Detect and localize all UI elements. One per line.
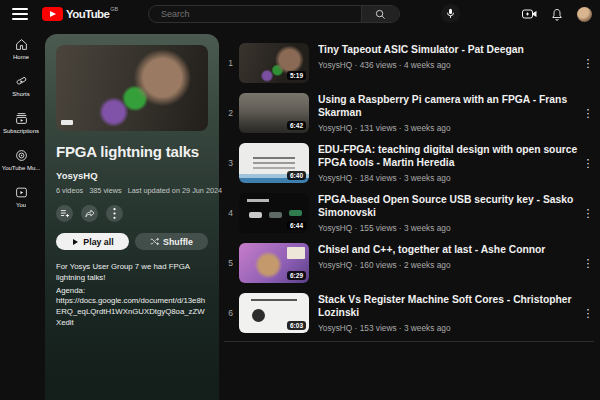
- video-index: 5: [224, 258, 237, 268]
- video-menu-button[interactable]: ⋮: [580, 258, 596, 269]
- sidebar-item-youtube-music[interactable]: YouTube Mu...: [0, 149, 42, 171]
- video-thumbnail[interactable]: 6:29: [239, 243, 309, 283]
- video-row[interactable]: 1 5:19 Tiny Tapeout ASIC Simulator - Pat…: [224, 38, 596, 88]
- video-index: 4: [224, 208, 237, 218]
- video-index: 6: [224, 308, 237, 318]
- sidebar: Home Shorts Subscriptions YouTube Mu... …: [0, 28, 42, 400]
- video-meta: YosysHQ · 131 views · 3 weeks ago: [318, 123, 580, 133]
- playlist-actions: [56, 205, 208, 222]
- sidebar-item-subscriptions[interactable]: Subscriptions: [0, 112, 42, 134]
- video-row[interactable]: 5 6:29 Chisel and C++, together at last …: [224, 238, 596, 288]
- playlist-buttons: Play all Shuffle: [56, 233, 208, 250]
- video-thumbnail[interactable]: 6:44: [239, 193, 309, 233]
- video-menu-button[interactable]: ⋮: [580, 208, 596, 219]
- video-index: 2: [224, 108, 237, 118]
- notifications-button[interactable]: [551, 8, 563, 21]
- playlist-description: For Yosys User Group 7 we had FPGA light…: [56, 262, 208, 329]
- playlist-video-count: 6 videos: [56, 186, 83, 195]
- search-input[interactable]: [149, 6, 361, 22]
- playlist-view-count: 385 views: [89, 186, 121, 195]
- list-divider: [224, 341, 594, 342]
- youtube-logo[interactable]: YouTube GB: [42, 7, 118, 21]
- youtube-play-icon: [42, 7, 63, 21]
- video-text: Using a Raspberry Pi camera with an FPGA…: [318, 88, 580, 133]
- video-text: FPGA-based Open Source USB security key …: [318, 188, 580, 233]
- video-menu-button[interactable]: ⋮: [580, 308, 596, 319]
- description-line: For Yosys User Group 7 we had FPGA light…: [56, 262, 208, 284]
- hamburger-menu-icon[interactable]: [12, 8, 28, 20]
- video-title[interactable]: Chisel and C++, together at last - Ashe …: [318, 244, 580, 257]
- voice-search-button[interactable]: [441, 4, 460, 23]
- video-row[interactable]: 3 6:40 EDU-FPGA: teaching digital design…: [224, 138, 596, 188]
- playlist-panel: FPGA lightning talks YosysHQ 6 videos 38…: [45, 34, 219, 400]
- save-playlist-icon: [60, 209, 70, 218]
- video-title[interactable]: Stack Vs Register Machine Soft Cores - C…: [318, 294, 580, 320]
- share-icon: [85, 209, 95, 218]
- home-icon: [15, 38, 28, 51]
- search-icon: [375, 9, 386, 20]
- bell-icon: [551, 8, 563, 21]
- create-button[interactable]: [522, 8, 537, 20]
- playlist-more-button[interactable]: [106, 205, 123, 222]
- video-title[interactable]: FPGA-based Open Source USB security key …: [318, 194, 580, 220]
- save-playlist-button[interactable]: [56, 205, 73, 222]
- avatar[interactable]: [577, 7, 592, 22]
- video-thumbnail[interactable]: 6:40: [239, 143, 309, 183]
- duration-badge: 5:19: [287, 71, 306, 80]
- search-box: [148, 5, 400, 23]
- video-title[interactable]: EDU-FPGA: teaching digital design with o…: [318, 144, 580, 170]
- video-meta: YosysHQ · 160 views · 2 weeks ago: [318, 260, 580, 270]
- video-title[interactable]: Tiny Tapeout ASIC Simulator - Pat Deegan: [318, 44, 580, 57]
- video-row[interactable]: 4 6:44 FPGA-based Open Source USB securi…: [224, 188, 596, 238]
- top-bar: YouTube GB: [0, 0, 600, 28]
- play-icon: [71, 238, 79, 246]
- subscriptions-icon: [15, 112, 28, 125]
- microphone-icon: [446, 8, 455, 19]
- duration-badge: 6:40: [287, 171, 306, 180]
- video-text: EDU-FPGA: teaching digital design with o…: [318, 138, 580, 183]
- video-row[interactable]: 2 6:42 Using a Raspberry Pi camera with …: [224, 88, 596, 138]
- video-menu-button[interactable]: ⋮: [580, 158, 596, 169]
- shuffle-button[interactable]: Shuffle: [135, 233, 208, 250]
- duration-badge: 6:29: [287, 271, 306, 280]
- shorts-icon: [15, 75, 28, 88]
- video-thumbnail[interactable]: 6:03: [239, 293, 309, 333]
- video-thumbnail[interactable]: 5:19: [239, 43, 309, 83]
- you-icon: [15, 186, 28, 199]
- create-icon: [522, 8, 537, 20]
- video-menu-button[interactable]: ⋮: [580, 58, 596, 69]
- sidebar-item-home[interactable]: Home: [0, 38, 42, 60]
- playlist-updated: Last updated on 29 Jun 2024: [128, 186, 223, 195]
- playlist-stats: 6 videos 385 views Last updated on 29 Ju…: [56, 186, 208, 195]
- playlist-channel-link[interactable]: YosysHQ: [56, 170, 208, 181]
- shuffle-icon: [150, 237, 159, 246]
- video-menu-button[interactable]: ⋮: [580, 108, 596, 119]
- video-meta: YosysHQ · 184 views · 3 weeks ago: [318, 173, 580, 183]
- more-vertical-icon: [113, 208, 116, 219]
- video-meta: YosysHQ · 153 views · 3 weeks ago: [318, 323, 580, 333]
- video-index: 1: [224, 58, 237, 68]
- duration-badge: 6:03: [287, 321, 306, 330]
- sidebar-item-you[interactable]: You: [0, 186, 42, 208]
- video-text: Chisel and C++, together at last - Ashe …: [318, 238, 580, 270]
- topbar-right-controls: [522, 0, 592, 28]
- description-link[interactable]: Agenda: https://docs.google.com/document…: [56, 286, 208, 329]
- video-list: 1 5:19 Tiny Tapeout ASIC Simulator - Pat…: [224, 38, 596, 338]
- playlist-title: FPGA lightning talks: [56, 143, 208, 160]
- youtube-music-icon: [15, 149, 28, 162]
- play-all-button[interactable]: Play all: [56, 233, 129, 250]
- share-button[interactable]: [81, 205, 98, 222]
- video-meta: YosysHQ · 436 views · 4 weeks ago: [318, 60, 580, 70]
- video-title[interactable]: Using a Raspberry Pi camera with an FPGA…: [318, 94, 580, 120]
- video-thumbnail[interactable]: 6:42: [239, 93, 309, 133]
- search-button[interactable]: [361, 6, 399, 22]
- sidebar-item-shorts[interactable]: Shorts: [0, 75, 42, 97]
- region-label: GB: [110, 6, 118, 12]
- video-index: 3: [224, 158, 237, 168]
- video-row[interactable]: 6 6:03 Stack Vs Register Machine Soft Co…: [224, 288, 596, 338]
- playlist-thumbnail[interactable]: [56, 45, 208, 131]
- video-text: Stack Vs Register Machine Soft Cores - C…: [318, 288, 580, 333]
- video-meta: YosysHQ · 155 views · 3 weeks ago: [318, 223, 580, 233]
- duration-badge: 6:42: [287, 121, 306, 130]
- thumbnail-watermark: [61, 120, 73, 125]
